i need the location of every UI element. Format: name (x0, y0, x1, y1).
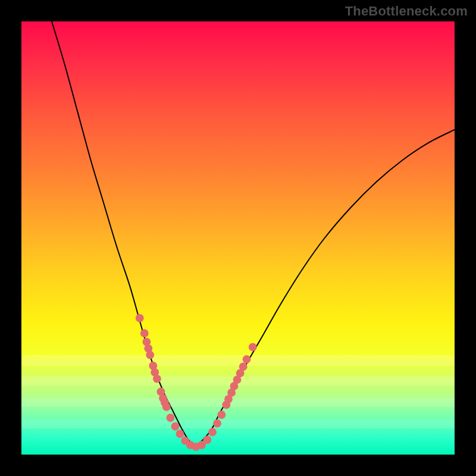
marker-dot (146, 351, 154, 359)
marker-dot (249, 343, 257, 352)
marker-dot (136, 314, 144, 322)
watermark-text: TheBottleneck.com (345, 4, 468, 19)
marker-dot (171, 422, 180, 431)
marker-dot (176, 430, 184, 438)
bottleneck-curve-path (52, 21, 455, 446)
marker-dots (136, 314, 257, 451)
curve-layer (21, 21, 455, 455)
marker-dot (208, 428, 217, 436)
marker-dot (162, 403, 171, 411)
marker-dot (243, 355, 251, 364)
marker-dot (140, 329, 149, 337)
marker-dot (167, 414, 175, 422)
chart-frame: TheBottleneck.com (0, 0, 476, 476)
bottleneck-curve (52, 21, 455, 446)
marker-dot (239, 362, 248, 371)
plot-area (21, 21, 455, 455)
marker-dot (213, 419, 221, 428)
marker-dot (217, 411, 226, 419)
marker-dot (203, 436, 211, 444)
marker-dot (153, 375, 161, 383)
